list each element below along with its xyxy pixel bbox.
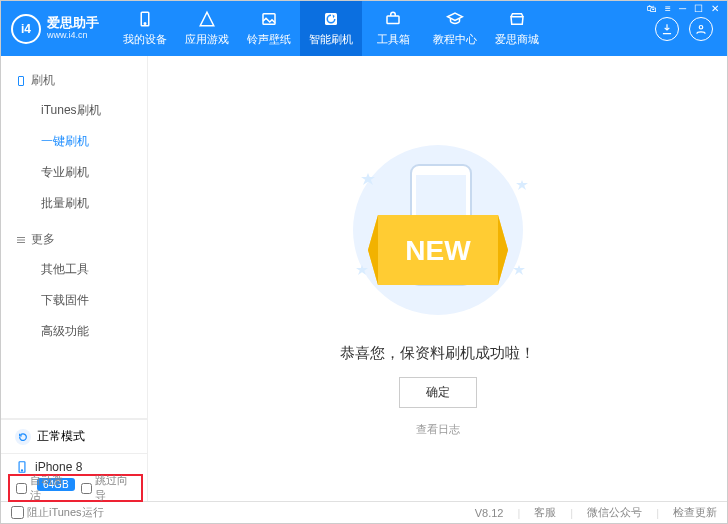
highlighted-options-box: 自动激活 跳过向导 [8, 474, 143, 502]
svg-rect-6 [19, 76, 24, 85]
sidebar-item-batch-flash[interactable]: 批量刷机 [1, 188, 147, 219]
svg-point-5 [699, 25, 703, 29]
success-message: 恭喜您，保资料刷机成功啦！ [340, 344, 535, 363]
sidebar: 刷机 iTunes刷机 一键刷机 专业刷机 批量刷机 更多 其他工具 下载固件 … [1, 56, 148, 501]
device-mode-row[interactable]: 正常模式 [1, 419, 147, 453]
sidebar-section-flash: 刷机 [1, 66, 147, 95]
content-pane: NEW 恭喜您，保资料刷机成功啦！ 确定 查看日志 [148, 56, 727, 501]
nav-toolbox[interactable]: 工具箱 [362, 1, 424, 56]
version-label: V8.12 [475, 507, 504, 519]
toolbox-icon [384, 10, 402, 28]
menu-list-icon [15, 234, 27, 246]
brand-url: www.i4.cn [47, 31, 99, 41]
nav-store[interactable]: 爱思商城 [486, 1, 548, 56]
main-nav: 我的设备 应用游戏 铃声壁纸 智能刷机 工具箱 教程中心 爱思商城 [114, 1, 655, 56]
ribbon-new-text: NEW [405, 235, 471, 266]
nav-ringtones[interactable]: 铃声壁纸 [238, 1, 300, 56]
logo-icon: i4 [11, 14, 41, 44]
maximize-button[interactable]: ☐ [692, 3, 705, 14]
check-update-link[interactable]: 检查更新 [673, 505, 717, 520]
picture-icon [260, 10, 278, 28]
apps-icon [198, 10, 216, 28]
nav-tutorials[interactable]: 教程中心 [424, 1, 486, 56]
download-button[interactable] [655, 17, 679, 41]
menu-icon[interactable]: ≡ [663, 3, 673, 14]
svg-marker-11 [516, 180, 528, 190]
sidebar-item-other-tools[interactable]: 其他工具 [1, 254, 147, 285]
sidebar-section-more: 更多 [1, 225, 147, 254]
nav-smart-flash[interactable]: 智能刷机 [300, 1, 362, 56]
nav-my-device[interactable]: 我的设备 [114, 1, 176, 56]
sidebar-item-oneclick-flash[interactable]: 一键刷机 [1, 126, 147, 157]
phone-icon [136, 10, 154, 28]
sidebar-item-advanced[interactable]: 高级功能 [1, 316, 147, 347]
main-area: 刷机 iTunes刷机 一键刷机 专业刷机 批量刷机 更多 其他工具 下载固件 … [1, 56, 727, 501]
cart-icon[interactable]: 🛍 [645, 3, 659, 14]
view-log-link[interactable]: 查看日志 [416, 422, 460, 437]
store-icon [508, 10, 526, 28]
svg-marker-13 [513, 265, 525, 275]
system-buttons: 🛍 ≡ ─ ☐ ✕ [645, 3, 721, 14]
minimize-button[interactable]: ─ [677, 3, 688, 14]
status-bar: 阻止iTunes运行 V8.12 | 客服 | 微信公众号 | 检查更新 [1, 501, 727, 523]
success-illustration: NEW [308, 120, 568, 330]
skip-setup-checkbox[interactable]: 跳过向导 [81, 473, 136, 503]
phone-small-icon [15, 460, 29, 474]
wechat-link[interactable]: 微信公众号 [587, 505, 642, 520]
close-button[interactable]: ✕ [709, 3, 721, 14]
support-link[interactable]: 客服 [534, 505, 556, 520]
user-button[interactable] [689, 17, 713, 41]
ok-button[interactable]: 确定 [399, 377, 477, 408]
svg-point-1 [144, 23, 146, 25]
svg-point-8 [21, 470, 22, 471]
block-itunes-checkbox[interactable]: 阻止iTunes运行 [11, 505, 104, 520]
app-logo[interactable]: i4 爱思助手 www.i4.cn [11, 14, 99, 44]
sidebar-item-download-fw[interactable]: 下载固件 [1, 285, 147, 316]
app-header: 🛍 ≡ ─ ☐ ✕ i4 爱思助手 www.i4.cn 我的设备 应用游戏 铃声… [1, 1, 727, 56]
sidebar-item-pro-flash[interactable]: 专业刷机 [1, 157, 147, 188]
brand-name: 爱思助手 [47, 16, 99, 30]
nav-apps-games[interactable]: 应用游戏 [176, 1, 238, 56]
sidebar-item-itunes-flash[interactable]: iTunes刷机 [1, 95, 147, 126]
phone-outline-icon [15, 75, 27, 87]
device-name: iPhone 8 [35, 460, 82, 474]
svg-rect-4 [387, 16, 399, 24]
graduation-icon [446, 10, 464, 28]
auto-activate-checkbox[interactable]: 自动激活 [16, 473, 71, 503]
refresh-icon [322, 10, 340, 28]
refresh-small-icon [15, 429, 31, 445]
